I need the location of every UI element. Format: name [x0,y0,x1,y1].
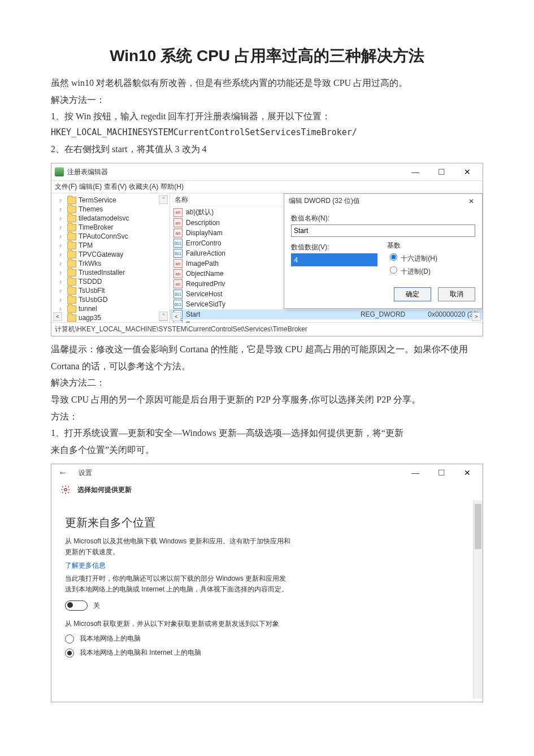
dword-data-input[interactable] [291,253,377,266]
method1-registry-path: HKEY_LOCAL_MACHINESYSTEMCurrentControlSe… [51,125,483,141]
string-value-icon: ab [173,259,183,268]
registry-values-pane[interactable]: 名称 abab)(默认)abDescriptionabDisplayNam011… [170,193,483,322]
regedit-menubar: 文件(F) 编辑(E) 查看(V) 收藏夹(A) 帮助(H) [51,181,483,193]
window-maximize-button[interactable]: ☐ [429,166,453,178]
radix-hex-option[interactable]: 十六进制(H) [387,252,474,263]
tree-node[interactable]: ›uagp35 [53,313,168,322]
folder-icon [67,215,76,222]
settings-option-internet[interactable]: 我本地网络上的电脑和 Internet 上的电脑 [65,648,469,658]
regedit-status-path: 计算机\HKEY_LOCAL_MACHINE\SYSTEM\CurrentCon… [51,322,483,336]
menu-help[interactable]: 帮助(H) [160,182,184,192]
method1-step2: 2、在右侧找到 start，将其值从 3 改为 4 [51,141,483,158]
tree-node[interactable]: ›tiledatamodelsvc [53,214,168,223]
registry-tree-pane[interactable]: ˄ ›TermService›Themes›tiledatamodelsvc›T… [51,193,170,322]
settings-learn-more-link[interactable]: 了解更多信息 [65,560,291,571]
binary-value-icon: 011 [173,239,183,248]
folder-icon [67,296,76,304]
folder-icon [67,278,76,286]
tree-node[interactable]: ›TPAutoConnSvc [53,232,168,241]
settings-toggle[interactable]: 关 [65,601,469,611]
menu-edit[interactable]: 编辑(E) [79,182,102,192]
settings-section-header: 更新来自多个位置 [65,515,469,530]
settings-close-button[interactable]: ✕ [455,466,479,479]
tip-text: 温馨提示：修改这一值会影响到 Cortana 的性能，它是导致 CPU 超高占用… [51,341,483,374]
window-close-button[interactable]: ✕ [455,166,479,178]
settings-maximize-button[interactable]: ☐ [429,466,453,479]
tree-node[interactable]: ›TPVCGateway [53,250,168,259]
radio-icon-selected [65,649,74,658]
string-value-icon: ab [173,269,183,278]
method2-step1a: 1、打开系统设置—更新和安全—Windows 更新—高级选项—选择如何提供更新，… [51,425,483,442]
tree-node[interactable]: ›tunnel [53,304,168,313]
menu-file[interactable]: 文件(F) [55,182,77,192]
tree-hscroll-left[interactable]: < [53,312,62,321]
value-row[interactable]: 011Type [170,319,483,322]
method2-line2: 方法： [51,408,483,425]
string-value-icon: ab [173,279,183,288]
dword-ok-button[interactable]: 确定 [394,287,431,301]
settings-paragraph-3: 从 Microsoft 获取更新，并从以下对象获取更新或将更新发送到以下对象 [65,619,291,629]
settings-option-local[interactable]: 我本地网络上的电脑 [65,634,469,643]
tree-node[interactable]: ›TPM [53,241,168,250]
values-hscroll-right[interactable]: > [472,312,481,321]
folder-icon [67,233,76,240]
svg-point-0 [64,489,67,491]
tree-node[interactable]: ›TrkWks [53,259,168,268]
tree-node[interactable]: ›TrustedInstaller [53,268,168,277]
folder-icon [67,287,76,295]
tree-node[interactable]: ›TsUsbGD [53,295,168,304]
tree-node[interactable]: ›Themes [53,205,168,214]
settings-back-button[interactable]: ← [55,468,71,478]
dword-name-input[interactable] [291,224,475,237]
folder-icon [67,224,76,231]
settings-page-title: 选择如何提供更新 [77,485,132,495]
dword-data-label: 数值数据(V): [291,243,377,252]
regedit-title: 注册表编辑器 [67,167,108,177]
article-body: 虽然 win10 对老机器貌似有所改善，但是有些系统内置的功能还是导致 CPU … [51,75,483,157]
value-row[interactable]: 011StartREG_DWORD0x00000020 (32) [170,309,483,319]
string-value-icon: ab [173,208,183,217]
binary-value-icon: 011 [173,249,183,258]
toggle-knob [67,602,73,608]
article-title: Win10 系统 CPU 占用率过高的三种解决方法 [51,45,483,67]
tree-scroll-up[interactable]: ˄ [159,195,168,204]
settings-app-label: 设置 [79,468,92,478]
values-hscroll-left[interactable]: < [172,312,181,321]
settings-paragraph-2: 当此项打开时，你的电脑还可以将以前下载的部分 Windows 更新和应用发送到本… [65,573,291,595]
settings-minimize-button[interactable]: — [403,466,427,479]
option-local-label: 我本地网络上的电脑 [80,634,141,643]
intro-text: 虽然 win10 对老机器貌似有所改善，但是有些系统内置的功能还是导致 CPU … [51,75,483,92]
tree-node[interactable]: ›TimeBroker [53,223,168,232]
regedit-icon [55,167,64,176]
settings-paragraph-1: 从 Microsoft 以及其他电脑下载 Windows 更新和应用。这有助于加… [65,536,291,558]
string-value-icon: ab [173,228,183,237]
folder-icon [67,260,76,267]
folder-icon [67,269,76,277]
dword-dialog-close-button[interactable]: ✕ [465,197,477,205]
toggle-track [65,601,88,611]
folder-icon [67,197,76,204]
binary-value-icon: 011 [173,300,183,309]
folder-icon [67,206,76,213]
radio-icon [65,634,74,643]
radix-dec-option[interactable]: 十进制(D) [387,265,474,277]
folder-icon [67,242,76,249]
binary-value-icon: 011 [173,290,183,299]
tree-node[interactable]: ›TSDDD [53,277,168,286]
article-body-2: 温馨提示：修改这一值会影响到 Cortana 的性能，它是导致 CPU 超高占用… [51,341,483,458]
menu-view[interactable]: 查看(V) [104,182,127,192]
folder-icon [67,305,76,313]
method1-header: 解决方法一： [51,92,483,109]
dword-cancel-button[interactable]: 取消 [438,287,475,301]
option-internet-label: 我本地网络上的电脑和 Internet 上的电脑 [80,648,201,658]
window-minimize-button[interactable]: — [403,166,427,178]
tree-node[interactable]: ›TsUsbFlt [53,286,168,295]
regedit-window: 注册表编辑器 — ☐ ✕ 文件(F) 编辑(E) 查看(V) 收藏夹(A) 帮助… [51,163,483,336]
tree-node[interactable]: ›TermService [53,196,168,205]
scrollbar-thumb[interactable] [475,504,481,549]
menu-favorites[interactable]: 收藏夹(A) [129,182,158,192]
method2-line1: 导致 CPU 占用的另一个原因可能是后台用于更新的 P2P 分享服务,你可以选择… [51,391,483,408]
tree-scroll-down[interactable]: ˅ [159,312,168,321]
settings-scrollbar[interactable] [473,500,483,698]
dword-edit-dialog: 编辑 DWORD (32 位)值 ✕ 数值名称(N): 数值数据(V): [284,193,483,309]
